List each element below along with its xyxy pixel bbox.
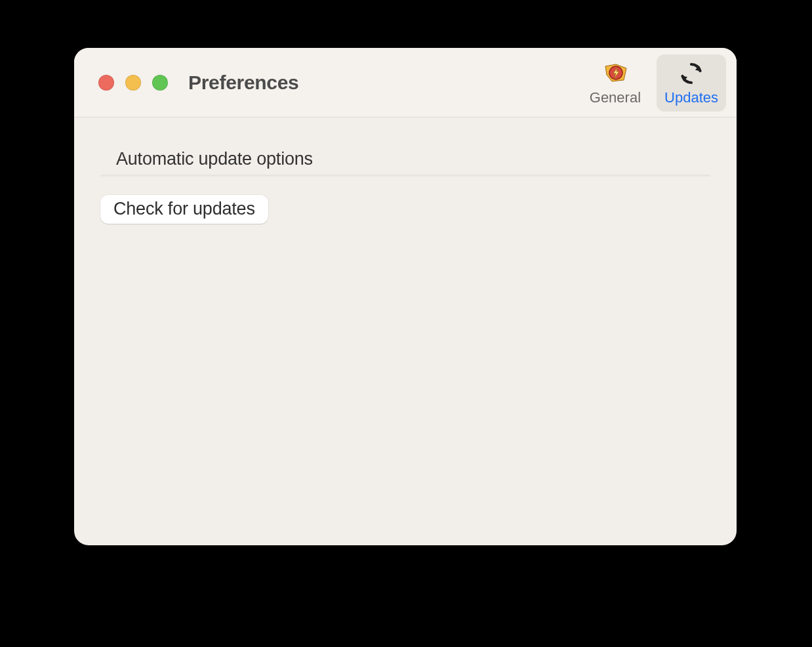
toolbar-tabs: General Updates (582, 54, 726, 112)
traffic-lights (98, 75, 168, 91)
zoom-button[interactable] (152, 75, 168, 91)
tab-updates[interactable]: Updates (657, 54, 726, 112)
minimize-button[interactable] (125, 75, 141, 91)
tab-general-label: General (590, 89, 641, 106)
window-title: Preferences (188, 72, 298, 94)
tab-updates-label: Updates (664, 89, 718, 106)
section-title: Automatic update options (116, 149, 710, 169)
content-area: Automatic update options Check for updat… (74, 117, 737, 224)
close-button[interactable] (98, 75, 114, 91)
section-divider (100, 175, 710, 177)
tab-general[interactable]: General (582, 54, 649, 112)
titlebar: Preferences General (74, 48, 737, 117)
preferences-window: Preferences General (74, 48, 737, 545)
refresh-arrows-icon (679, 60, 704, 87)
check-for-updates-button[interactable]: Check for updates (100, 195, 268, 224)
general-app-icon (601, 60, 629, 87)
